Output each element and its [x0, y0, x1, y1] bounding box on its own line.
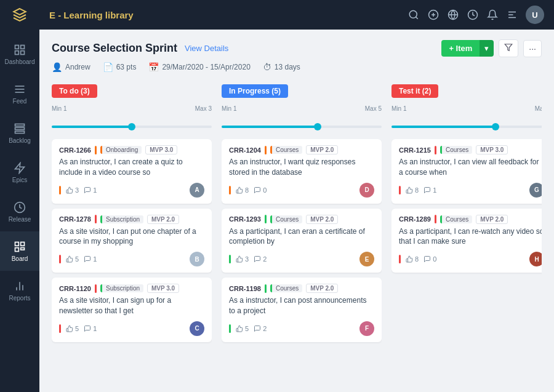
settings-icon[interactable] — [506, 9, 518, 21]
card-footer: 8 1 G — [399, 183, 542, 198]
card-version: MVP 2.0 — [306, 145, 338, 154]
release-icon — [14, 201, 26, 214]
dates-meta: 📅 29/Mar/2020 - 15/Apr/2020 — [148, 62, 250, 72]
card-CRR-1198[interactable]: CRR-1198 Courses MVP 2.0 As a instructor… — [222, 278, 382, 342]
card-CRR-1289[interactable]: CRR-1289 Courses MVP 2.0 As a participan… — [391, 209, 542, 273]
svg-marker-30 — [505, 44, 512, 51]
card-tag: Courses — [440, 146, 472, 154]
svg-point-19 — [409, 10, 417, 18]
svg-rect-9 — [15, 131, 25, 133]
card-tag: Subscription — [100, 284, 143, 292]
card-tag: Courses — [270, 146, 302, 154]
sidebar-item-dashboard[interactable]: Dashboard — [0, 34, 39, 74]
sidebar-label-feed: Feed — [13, 98, 27, 105]
sidebar-nav: Dashboard Feed Backlog Epics Release Boa… — [0, 30, 39, 392]
svg-rect-15 — [21, 247, 25, 249]
comments-stat: 2 — [254, 325, 267, 332]
view-details-link[interactable]: View Details — [185, 44, 228, 53]
sidebar-item-reports[interactable]: Reports — [0, 271, 39, 310]
days-meta: ⏱ 13 days — [263, 62, 300, 72]
slider-thumb[interactable] — [492, 123, 499, 130]
sidebar-item-backlog[interactable]: Backlog — [0, 113, 39, 153]
user-avatar[interactable]: U — [526, 6, 544, 24]
slider-min-label: Min 1 — [222, 105, 236, 112]
more-options-button[interactable]: ··· — [523, 40, 542, 57]
slider-labels-todo: Min 1 Max 3 — [52, 105, 212, 112]
comments-stat: 1 — [84, 255, 97, 263]
card-text: As a instructor, I can post announcement… — [229, 295, 374, 316]
page-header: Course Selection Sprint View Details + I… — [52, 39, 542, 57]
topbar: E - Learning library U — [39, 0, 554, 30]
add-icon[interactable] — [427, 9, 440, 21]
slider-labels-testit: Min 1 Max 4 — [391, 105, 542, 112]
add-item-button[interactable]: + Item — [441, 40, 480, 57]
slider-max-label: Max 3 — [195, 105, 212, 112]
sidebar-item-release[interactable]: Release — [0, 192, 39, 231]
sidebar-label-backlog: Backlog — [9, 137, 31, 144]
slider-todo[interactable] — [52, 122, 212, 132]
card-priority-indicator — [229, 255, 231, 263]
comments-stat: 1 — [84, 325, 97, 332]
search-icon[interactable] — [407, 9, 420, 21]
filter-button[interactable] — [499, 39, 518, 57]
sidebar-item-feed[interactable]: Feed — [0, 74, 39, 113]
clock-icon[interactable] — [467, 9, 479, 21]
card-CRR-1293[interactable]: CRR-1293 Courses MVP 2.0 As a participan… — [222, 209, 382, 273]
globe-icon[interactable] — [447, 9, 459, 21]
comments-stat: 0 — [254, 186, 267, 194]
column-badge-todo: To do (3) — [52, 84, 97, 98]
card-CRR-1215[interactable]: CRR-1215 Courses MVP 3.0 As an instructo… — [391, 139, 542, 204]
card-footer: 3 2 E — [229, 252, 374, 266]
priority-bar — [265, 146, 267, 154]
sidebar-item-board[interactable]: Board — [0, 231, 39, 271]
slider-thumb[interactable] — [314, 123, 321, 130]
card-footer: 5 1 B — [59, 252, 204, 266]
sidebar-item-epics[interactable]: Epics — [0, 153, 39, 192]
slider-thumb[interactable] — [128, 123, 135, 130]
cards-list-testit: CRR-1215 Courses MVP 3.0 As an instructo… — [391, 139, 542, 382]
card-CRR-1120[interactable]: CRR-1120 Subscription MVP 3.0 As a site … — [52, 278, 212, 342]
card-priority-indicator — [59, 186, 61, 194]
bell-icon[interactable] — [486, 9, 499, 21]
comments-stat: 1 — [424, 186, 436, 194]
sidebar-logo[interactable] — [0, 0, 39, 30]
card-CRR-1204[interactable]: CRR-1204 Courses MVP 2.0 As an instructo… — [222, 139, 382, 204]
slider-inprogress[interactable] — [222, 122, 382, 132]
thumbs-stat: 8 — [236, 186, 249, 194]
reports-icon — [14, 280, 26, 292]
card-id-CRR-1215: CRR-1215 Courses MVP 3.0 — [399, 145, 542, 154]
column-badge-testit: Test it (2) — [391, 84, 438, 98]
card-tag: Onboarding — [100, 146, 142, 154]
card-id-CRR-1198: CRR-1198 Courses MVP 2.0 — [229, 284, 374, 293]
card-avatar: C — [190, 321, 204, 336]
card-avatar: A — [190, 183, 204, 198]
card-priority-indicator — [229, 186, 231, 194]
svg-rect-3 — [21, 50, 25, 54]
column-header-todo: To do (3) — [52, 82, 212, 100]
card-version: MVP 2.0 — [147, 215, 179, 224]
column-header-inprogress: In Progress (5) — [222, 82, 382, 100]
card-tag: Subscription — [100, 215, 143, 223]
slider-testit[interactable] — [391, 122, 542, 132]
comments-stat: 0 — [424, 255, 436, 263]
sidebar-label-epics: Epics — [12, 177, 27, 183]
thumbs-stat: 3 — [236, 255, 249, 263]
card-CRR-1278[interactable]: CRR-1278 Subscription MVP 2.0 As a site … — [52, 209, 212, 273]
backlog-icon — [14, 122, 26, 135]
card-id-CRR-1289: CRR-1289 Courses MVP 2.0 — [399, 215, 542, 224]
card-avatar: E — [359, 252, 374, 266]
card-avatar: D — [359, 183, 374, 198]
card-text: As a participant, I can eran a certifica… — [229, 226, 374, 247]
card-footer: 5 2 F — [229, 321, 374, 336]
add-item-dropdown-button[interactable]: ▾ — [480, 40, 494, 57]
priority-bar — [265, 215, 267, 223]
slider-min-label: Min 1 — [52, 105, 66, 112]
column-testit: Test it (2) Min 1 Max 4 CRR-1215 Courses… — [391, 82, 542, 382]
card-priority-indicator — [399, 186, 401, 194]
card-CRR-1266[interactable]: CRR-1266 Onboarding MVP 3.0 As an instru… — [52, 139, 212, 204]
svg-marker-10 — [15, 162, 25, 173]
sidebar: Dashboard Feed Backlog Epics Release Boa… — [0, 0, 39, 392]
days-label: 13 days — [275, 63, 300, 71]
comments-stat: 2 — [254, 255, 267, 263]
svg-rect-13 — [21, 242, 25, 246]
